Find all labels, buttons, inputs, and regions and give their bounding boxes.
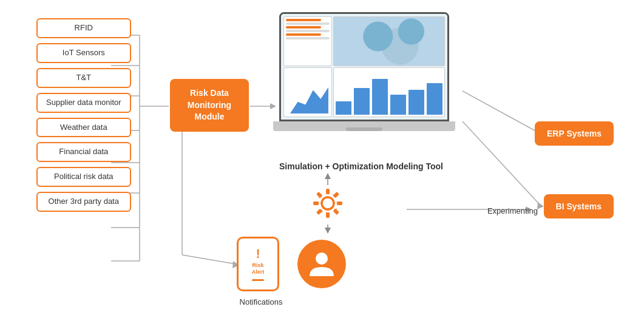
input-tt: T&T	[36, 68, 131, 88]
svg-rect-32	[316, 192, 323, 198]
svg-rect-31	[316, 208, 323, 215]
svg-rect-27	[326, 212, 330, 218]
screen-data-panel	[283, 16, 332, 66]
notification-area: ! RiskAlert	[237, 237, 279, 291]
input-political: Political risk data	[36, 167, 131, 187]
svg-point-34	[322, 197, 334, 209]
bi-systems-label: BI Systems	[556, 201, 602, 211]
svg-marker-20	[325, 173, 331, 179]
svg-rect-28	[313, 201, 319, 205]
svg-line-14	[463, 121, 540, 205]
laptop	[267, 12, 461, 158]
svg-line-17	[182, 255, 236, 264]
person-icon	[307, 249, 337, 279]
input-supplier: Supplier data monitor	[36, 93, 131, 113]
svg-marker-15	[537, 202, 544, 209]
risk-alert-label: RiskAlert	[252, 262, 265, 276]
bi-systems-box: BI Systems	[544, 194, 614, 218]
erp-systems-label: ERP Systems	[547, 129, 602, 138]
risk-module-box: Risk DataMonitoringModule	[170, 79, 249, 132]
gear-icon-container	[310, 185, 346, 224]
experimenting-label: Experimenting	[487, 206, 538, 215]
svg-marker-22	[325, 228, 331, 234]
input-financial: Financial data	[36, 142, 131, 162]
notifications-label: Notifications	[231, 297, 291, 306]
input-weather: Weather data	[36, 118, 131, 138]
svg-line-12	[463, 91, 540, 134]
svg-rect-30	[333, 192, 339, 198]
person-icon-container	[297, 240, 346, 288]
gear-icon	[310, 185, 346, 222]
erp-systems-box: ERP Systems	[535, 121, 614, 146]
phone-line	[252, 279, 264, 281]
input-boxes-column: RFID IoT Sensors T&T Supplier data monit…	[36, 18, 131, 212]
input-iot: IoT Sensors	[36, 43, 131, 63]
phone-icon: ! RiskAlert	[237, 237, 279, 291]
svg-point-35	[316, 252, 328, 265]
screen-map-panel	[333, 16, 445, 66]
risk-module-label: Risk DataMonitoringModule	[188, 88, 231, 121]
diagram-container: RFID IoT Sensors T&T Supplier data monit…	[0, 0, 644, 335]
person-circle	[297, 240, 346, 288]
exclamation-icon: !	[256, 247, 260, 261]
svg-rect-29	[337, 201, 342, 205]
laptop-base	[273, 121, 455, 131]
laptop-screen	[279, 12, 449, 121]
screen-chart-panel	[283, 67, 332, 117]
input-rfid: RFID	[36, 18, 131, 38]
screen-bar-panel	[333, 67, 445, 117]
input-other: Other 3rd party data	[36, 192, 131, 212]
svg-rect-33	[333, 208, 339, 215]
simulation-label: Simulation + Optimization Modeling Tool	[279, 161, 443, 173]
svg-rect-26	[326, 189, 330, 194]
